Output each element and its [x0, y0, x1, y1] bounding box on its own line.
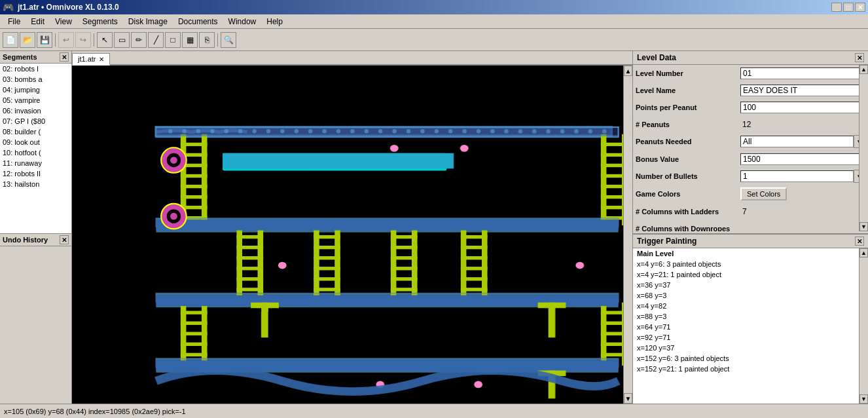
trigger-item[interactable]: x=152 y=6: 3 painted objects — [633, 353, 868, 364]
svg-rect-28 — [314, 246, 340, 249]
field-value-level-name[interactable] — [740, 85, 865, 96]
input-bonus[interactable] — [740, 153, 865, 165]
segment-item[interactable]: 08: builder ( — [0, 126, 71, 137]
trigger-scroll-up[interactable]: ▲ — [859, 248, 868, 257]
field-level-number: Level Number — [633, 65, 868, 82]
open-button[interactable]: 📂 — [20, 32, 35, 48]
svg-rect-140 — [538, 303, 566, 309]
new-button[interactable]: 📄 — [3, 32, 18, 48]
svg-rect-13 — [181, 185, 208, 188]
segments-list[interactable]: 02: robots I 03: bombs a 04: jumping 05:… — [0, 64, 71, 233]
level-data-scroll[interactable]: Level Number Level Name Points per Peanu… — [633, 65, 868, 231]
menu-view[interactable]: View — [50, 16, 77, 28]
svg-point-92 — [266, 129, 270, 133]
field-value-game-colors[interactable]: Set Colors — [740, 187, 865, 200]
segment-item[interactable]: 09: look out — [0, 137, 71, 147]
level-data-vscroll[interactable]: ▲ ▼ — [859, 65, 868, 231]
svg-rect-62 — [181, 322, 208, 325]
fill-tool[interactable]: ▦ — [182, 32, 198, 48]
segments-close[interactable]: ✕ — [60, 52, 69, 62]
line-tool[interactable]: ╱ — [148, 32, 164, 48]
input-points[interactable] — [740, 102, 865, 113]
svg-rect-9 — [181, 143, 208, 146]
menu-disk-image[interactable]: Disk Image — [123, 16, 173, 28]
trigger-item[interactable]: x=4 y=21: 1 painted object — [633, 269, 868, 280]
field-value-peanuts-needed[interactable]: ▼ — [740, 135, 865, 148]
menu-segments[interactable]: Segments — [77, 16, 123, 28]
field-value-bullets[interactable]: ▼ — [740, 170, 865, 183]
menu-edit[interactable]: Edit — [26, 16, 50, 28]
menu-file[interactable]: File — [3, 16, 26, 28]
svg-point-109 — [504, 129, 508, 133]
segment-item[interactable]: 06: invasion — [0, 105, 71, 116]
tab-jt1[interactable]: jt1.atr ✕ — [72, 53, 110, 66]
segment-item[interactable]: 03: bombs a — [0, 74, 71, 85]
input-level-name[interactable] — [740, 85, 865, 96]
cursor-tool[interactable]: ↖ — [97, 32, 113, 48]
trigger-item[interactable]: x=152 y=21: 1 painted object — [633, 364, 868, 374]
save-button[interactable]: 💾 — [37, 32, 52, 48]
tab-close-icon[interactable]: ✕ — [99, 56, 104, 63]
set-colors-button[interactable]: Set Colors — [740, 187, 787, 200]
trigger-item[interactable]: x=36 y=37 — [633, 280, 868, 290]
input-level-number[interactable] — [740, 67, 865, 79]
scroll-down[interactable]: ▼ — [624, 393, 632, 404]
rect-tool[interactable]: □ — [165, 32, 181, 48]
right-panel: Level Data ✕ Level Number Level Name — [632, 51, 868, 404]
trigger-item[interactable]: x=64 y=71 — [633, 322, 868, 332]
dropdown-bullets[interactable] — [740, 170, 854, 182]
close-button[interactable]: ✕ — [855, 3, 865, 12]
menu-help[interactable]: Help — [261, 16, 288, 28]
segment-item[interactable]: 07: GP I ($80 — [0, 116, 71, 126]
undo-close[interactable]: ✕ — [60, 235, 69, 244]
zoom-in[interactable]: 🔍 — [221, 32, 236, 48]
canvas-area[interactable]: ▲ ▼ — [72, 66, 632, 404]
segment-item[interactable]: 12: robots II — [0, 168, 71, 179]
trigger-scroll-down[interactable]: ▼ — [859, 394, 868, 404]
trigger-item[interactable]: x=4 y=82 — [633, 301, 868, 311]
select-tool[interactable]: ▭ — [114, 32, 130, 48]
maximize-button[interactable]: □ — [843, 3, 854, 12]
svg-rect-30 — [314, 267, 340, 270]
trigger-close[interactable]: ✕ — [855, 237, 864, 246]
statusbar: x=105 (0x69) y=68 (0x44) index=10985 (0x… — [0, 404, 868, 418]
undo-button[interactable]: ↩ — [58, 32, 74, 48]
draw-tool[interactable]: ✏ — [131, 32, 147, 48]
dropdown-peanuts-needed[interactable] — [740, 136, 854, 147]
trigger-item[interactable]: x=4 y=6: 3 painted objects — [633, 259, 868, 269]
segment-item[interactable]: 02: robots I — [0, 64, 71, 74]
menu-documents[interactable]: Documents — [173, 16, 223, 28]
trigger-vscroll[interactable]: ▲ ▼ — [859, 248, 868, 404]
svg-rect-14 — [181, 195, 208, 199]
trigger-item[interactable]: x=68 y=3 — [633, 290, 868, 301]
svg-rect-37 — [391, 256, 418, 259]
svg-rect-82 — [156, 219, 618, 230]
redo-button[interactable]: ↪ — [75, 32, 91, 48]
trigger-item[interactable]: x=120 y=37 — [633, 343, 868, 353]
level-scroll-down[interactable]: ▼ — [859, 222, 868, 231]
field-value-level-number[interactable] — [740, 67, 865, 79]
svg-point-112 — [546, 129, 550, 133]
copy-tool[interactable]: ⎘ — [199, 32, 215, 48]
trigger-list[interactable]: Main Level x=4 y=6: 3 painted objects x=… — [633, 248, 868, 404]
level-scroll-up[interactable]: ▲ — [859, 65, 868, 74]
svg-point-129 — [390, 145, 399, 152]
svg-rect-36 — [391, 246, 418, 249]
canvas-vscroll[interactable]: ▲ ▼ — [623, 66, 632, 404]
segment-item[interactable]: 11: runaway — [0, 158, 71, 168]
trigger-item[interactable]: x=88 y=3 — [633, 311, 868, 322]
field-value-bonus[interactable] — [740, 153, 865, 165]
menu-window[interactable]: Window — [223, 16, 262, 28]
minimize-button[interactable]: _ — [831, 3, 842, 12]
segment-item[interactable]: 13: hailston — [0, 179, 71, 189]
trigger-item[interactable]: x=92 y=71 — [633, 332, 868, 343]
field-value-columns-downropes — [740, 224, 865, 232]
scroll-up[interactable]: ▲ — [624, 66, 632, 76]
segment-item[interactable]: 04: jumping — [0, 85, 71, 95]
trigger-item[interactable]: Main Level — [633, 248, 868, 259]
field-value-points[interactable] — [740, 102, 865, 113]
segment-item[interactable]: 05: vampire — [0, 95, 71, 105]
peanuts-count: 12 — [740, 119, 753, 130]
segment-item[interactable]: 10: hotfoot ( — [0, 147, 71, 158]
level-data-close[interactable]: ✕ — [855, 53, 864, 62]
